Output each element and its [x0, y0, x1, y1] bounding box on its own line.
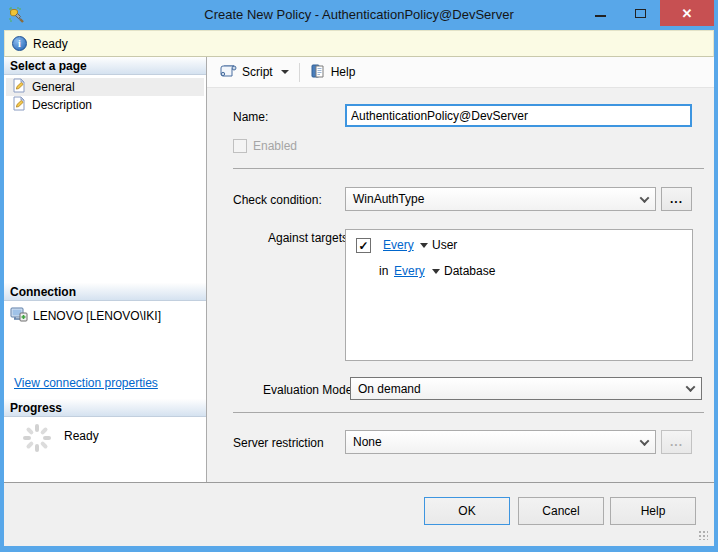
close-button[interactable]: ✕: [660, 0, 714, 26]
enabled-checkbox-row: Enabled: [233, 139, 297, 153]
server-restriction-combobox[interactable]: None: [345, 430, 656, 454]
target-row-user: ✓ Every User: [346, 238, 692, 256]
progress-row: Ready: [20, 421, 99, 458]
against-targets-label: Against targets:: [268, 231, 351, 245]
cancel-button[interactable]: Cancel: [518, 497, 604, 525]
target-type-label: Database: [444, 264, 495, 278]
resize-grip[interactable]: [698, 530, 708, 540]
view-connection-properties-link[interactable]: View connection properties: [14, 376, 158, 390]
caret-down-icon[interactable]: [420, 243, 428, 248]
separator-line: [233, 168, 704, 169]
check-condition-value: WinAuthType: [353, 192, 424, 206]
progress-spinner-icon: [20, 421, 54, 458]
maximize-icon: [635, 9, 646, 18]
ok-button-label: OK: [458, 504, 475, 518]
sidebar: Select a page General: [4, 57, 207, 482]
page-icon: [12, 78, 27, 96]
sidebar-item-label: Description: [32, 98, 92, 112]
infobar-status-text: Ready: [33, 37, 68, 51]
target-row-database: in Every Database: [346, 264, 692, 282]
script-icon: [220, 63, 237, 81]
help-icon: [310, 63, 326, 82]
cancel-button-label: Cancel: [542, 504, 579, 518]
ellipsis-label: ...: [670, 192, 683, 206]
dialog-content: Select a page General: [4, 57, 714, 483]
check-condition-label: Check condition:: [233, 193, 322, 207]
check-condition-combobox[interactable]: WinAuthType: [345, 187, 656, 211]
server-restriction-label: Server restriction: [233, 436, 324, 450]
info-icon: i: [12, 36, 27, 51]
server-icon: [10, 306, 28, 325]
sidebar-item-general[interactable]: General: [6, 78, 204, 96]
enabled-label: Enabled: [253, 139, 297, 153]
chevron-down-icon: [686, 382, 696, 392]
page-icon: [12, 96, 27, 114]
target-every-user-link[interactable]: Every: [383, 238, 414, 252]
target-type-label: User: [432, 238, 457, 252]
script-dropdown-caret-icon[interactable]: [281, 70, 289, 74]
script-button[interactable]: Script: [215, 59, 294, 85]
caret-down-icon[interactable]: [432, 269, 440, 274]
ellipsis-label: ...: [670, 435, 683, 449]
policy-app-icon: [8, 6, 26, 27]
chevron-down-icon: [640, 193, 650, 203]
toolbar: Script Help: [207, 57, 714, 88]
name-input[interactable]: [345, 104, 692, 127]
minimize-icon: [595, 15, 606, 17]
progress-header: Progress: [4, 399, 206, 417]
progress-status-text: Ready: [64, 429, 99, 443]
target-preposition-label: in: [379, 264, 388, 278]
evaluation-mode-combobox[interactable]: On demand: [350, 377, 702, 400]
help-button[interactable]: Help: [610, 497, 696, 525]
titlebar[interactable]: Create New Policy - AuthenticationPolicy…: [0, 0, 718, 30]
connection-header: Connection: [4, 283, 206, 301]
select-page-header: Select a page: [4, 57, 206, 75]
create-policy-dialog: Create New Policy - AuthenticationPolicy…: [0, 0, 718, 552]
against-targets-listbox[interactable]: ✓ Every User in Every Database: [345, 229, 693, 361]
minimize-button[interactable]: [580, 0, 620, 26]
footer-bar: OK Cancel Help: [4, 483, 714, 546]
status-infobar: i Ready: [4, 30, 714, 57]
server-restriction-value: None: [353, 435, 382, 449]
connection-server-row: LENOVO [LENOVO\IKI]: [10, 306, 161, 325]
name-label: Name:: [233, 110, 268, 124]
target-every-database-link[interactable]: Every: [394, 264, 425, 278]
main-panel: Script Help Name:: [207, 57, 714, 482]
script-button-label: Script: [242, 65, 273, 79]
enabled-checkbox[interactable]: [233, 139, 247, 153]
evaluation-mode-value: On demand: [358, 382, 421, 396]
chevron-down-icon: [640, 436, 650, 446]
checkmark-icon: ✓: [358, 240, 368, 252]
evaluation-mode-label: Evaluation Mode:: [263, 383, 356, 397]
sidebar-item-label: General: [32, 80, 75, 94]
target-checkbox[interactable]: ✓: [356, 238, 371, 253]
server-restriction-browse-button[interactable]: ...: [661, 430, 692, 454]
window-title: Create New Policy - AuthenticationPolicy…: [204, 7, 513, 22]
separator-line: [233, 412, 704, 413]
maximize-button[interactable]: [620, 0, 660, 26]
sidebar-item-description[interactable]: Description: [6, 96, 204, 114]
help-button-toolbar[interactable]: Help: [305, 59, 361, 86]
help-button-toolbar-label: Help: [331, 65, 356, 79]
close-icon: ✕: [682, 6, 693, 21]
help-button-label: Help: [641, 504, 666, 518]
connection-server-label: LENOVO [LENOVO\IKI]: [33, 309, 161, 323]
check-condition-browse-button[interactable]: ...: [661, 187, 692, 211]
toolbar-separator: [299, 63, 300, 82]
ok-button[interactable]: OK: [424, 497, 510, 525]
